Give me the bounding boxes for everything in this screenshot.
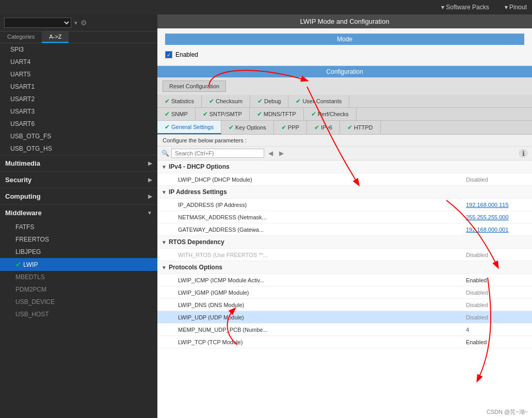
check-icon: ✔ — [257, 98, 263, 105]
param-ip-address[interactable]: IP_ADDRESS (IP Address) 192.168.000.115 — [157, 199, 532, 211]
collapse-icon: ▼ — [162, 239, 167, 245]
sidebar-item-usart3[interactable]: USART3 — [0, 105, 157, 118]
check-icon: ✔ — [165, 98, 170, 105]
enabled-checkbox[interactable]: ✓ — [165, 51, 172, 58]
param-lwip-icmp[interactable]: LWIP_ICMP (ICMP Module Activ... Enabled — [157, 274, 532, 286]
check-icon: ✔ — [296, 98, 301, 105]
lwip-title: LWIP Mode and Configuration — [157, 14, 532, 28]
param-gateway[interactable]: GATEWAY_ADDRESS (Gatewa... 192.168.000.0… — [157, 223, 532, 236]
next-result-button[interactable]: ▶ — [277, 149, 286, 158]
sidebar-item-usart6[interactable]: USART6 — [0, 118, 157, 130]
sidebar-item-mbedtls[interactable]: MBEDTLS — [0, 271, 157, 283]
section-ip-address[interactable]: ▼ IP Address Settings — [157, 186, 532, 199]
tab-ppp[interactable]: ✔ PPP — [274, 121, 307, 134]
search-icon: 🔍 — [162, 150, 169, 157]
params-list: ▼ IPv4 - DHCP Options LWIP_DHCP (DHCP Mo… — [157, 160, 532, 418]
section-middleware[interactable]: Middleware ▼ — [0, 204, 157, 221]
param-memp-num-udp[interactable]: MEMP_NUM_UDP_PCB (Numbe... 4 — [157, 324, 532, 336]
enabled-label: Enabled — [175, 51, 198, 58]
sidebar-item-usb-device[interactable]: USB_DEVICE — [0, 296, 157, 308]
param-netmask[interactable]: NETMASK_ADDRESS (Netmask... 255.255.255.… — [157, 211, 532, 223]
chevron-right-icon: ▶ — [148, 194, 152, 199]
sidebar-item-usb-otg-fs[interactable]: USB_OTG_FS — [0, 130, 157, 142]
check-icon: ✔ — [165, 123, 170, 131]
params-label: Configure the below parameters : — [157, 135, 532, 147]
sidebar-item-pdm2pcm[interactable]: PDM2PCM — [0, 283, 157, 296]
check-icon: ✔ — [311, 110, 316, 118]
check-icon: ✔ — [165, 110, 170, 118]
sidebar-item-uart4[interactable]: UART4 — [0, 56, 157, 68]
tab-user-constants[interactable]: ✔ User Constants — [288, 95, 349, 107]
check-icon: ✔ — [229, 124, 234, 131]
prev-result-button[interactable]: ◀ — [266, 149, 275, 158]
tab-categories[interactable]: Categories — [0, 31, 42, 43]
tab-key-options[interactable]: ✔ Key Options — [221, 121, 274, 134]
pinout-menu[interactable]: ▾ Pinout — [505, 4, 527, 11]
tab-snmp[interactable]: ✔ SNMP — [157, 108, 196, 120]
content-wrapper: LWIP Mode and Configuration Mode ✓ Enabl… — [157, 14, 532, 418]
check-icon: ✔ — [15, 261, 21, 268]
param-lwip-tcp[interactable]: LWIP_TCP (TCP Module) Enabled — [157, 336, 532, 348]
section-security[interactable]: Security ▶ — [0, 171, 157, 188]
tab-general-settings[interactable]: ✔ General Settings — [157, 121, 221, 134]
section-multimedia[interactable]: Multimedia ▶ — [0, 155, 157, 171]
chevron-right-icon: ▶ — [148, 177, 152, 183]
settings-icon[interactable]: ⚙ — [80, 19, 87, 27]
tabs-row-3: ✔ General Settings ✔ Key Options ✔ PPP ✔… — [157, 121, 532, 135]
section-protocols[interactable]: ▼ Protocols Options — [157, 261, 532, 274]
tab-perf-checks[interactable]: ✔ Perf/Checks — [304, 108, 357, 120]
mode-label: Mode — [165, 34, 524, 45]
sidebar-item-usart1[interactable]: USART1 — [0, 81, 157, 93]
chevron-right-icon: ▶ — [148, 160, 152, 166]
section-computing[interactable]: Computing ▶ — [0, 188, 157, 204]
param-lwip-udp[interactable]: LWIP_UDP (UDP Module) Disabled — [157, 311, 532, 324]
search-input[interactable] — [171, 149, 264, 158]
collapse-icon: ▼ — [162, 189, 167, 195]
section-ipv4-dhcp[interactable]: ▼ IPv4 - DHCP Options — [157, 160, 532, 173]
check-icon: ✔ — [347, 124, 352, 131]
tab-ipv6[interactable]: ✔ IPv6 — [307, 121, 340, 134]
chevron-down-icon: ▼ — [147, 210, 152, 216]
check-icon: ✔ — [203, 110, 208, 118]
search-row: 🔍 ◀ ▶ ℹ — [157, 147, 532, 160]
sidebar-item-usb-otg-hs[interactable]: USB_OTG_HS — [0, 142, 157, 155]
sidebar-item-uart5[interactable]: UART5 — [0, 68, 157, 81]
reset-config-button[interactable]: Reset Configuration — [163, 81, 226, 92]
tab-debug[interactable]: ✔ Debug — [250, 95, 288, 107]
check-icon: ✔ — [209, 98, 214, 105]
tab-sntp-smtp[interactable]: ✔ SNTP/SMTP — [196, 108, 250, 120]
collapse-icon: ▼ — [162, 265, 167, 270]
sidebar-item-usb-host[interactable]: USB_HOST — [0, 308, 157, 320]
sidebar-item-list: SPI3 UART4 UART5 USART1 USART2 USART3 US… — [0, 43, 157, 418]
tab-mdns-tftp[interactable]: ✔ MDNS/TFTP — [250, 108, 304, 120]
section-rtos[interactable]: ▼ RTOS Dependency — [157, 236, 532, 249]
sidebar-item-spi3[interactable]: SPI3 — [0, 43, 157, 56]
sidebar-dropdown[interactable] — [4, 18, 71, 28]
config-toolbar: Reset Configuration — [157, 77, 532, 95]
config-label: Configuration — [157, 66, 532, 77]
tab-checksum[interactable]: ✔ Checksum — [202, 95, 250, 107]
tab-statistics[interactable]: ✔ Statistics — [157, 95, 202, 107]
info-icon[interactable]: ℹ — [519, 149, 528, 158]
tab-a-to-z[interactable]: A->Z — [42, 31, 69, 43]
tab-httpd[interactable]: ✔ HTTPD — [340, 121, 381, 134]
main-layout: ▼ ⚙ Categories A->Z SPI3 UART4 UART5 USA… — [0, 14, 532, 418]
sidebar-item-libjpeg[interactable]: LIBJPEG — [0, 246, 157, 258]
top-bar: ▾ Software Packs ▾ Pinout — [0, 0, 532, 14]
enabled-row: ✓ Enabled — [165, 49, 524, 60]
sidebar-item-fatfs[interactable]: FATFS — [0, 221, 157, 233]
param-with-rtos[interactable]: WITH_RTOS (Use FREERTOS **... Disabled — [157, 249, 532, 261]
sidebar-tabs: Categories A->Z — [0, 31, 157, 43]
sidebar-item-usart2[interactable]: USART2 — [0, 93, 157, 105]
sidebar-item-lwip[interactable]: ✔ LWIP — [0, 258, 157, 271]
sidebar: ▼ ⚙ Categories A->Z SPI3 UART4 UART5 USA… — [0, 14, 157, 418]
sidebar-item-freertos[interactable]: FREERTOS — [0, 233, 157, 246]
param-lwip-igmp[interactable]: LWIP_IGMP (IGMP Module) Disabled — [157, 286, 532, 299]
check-icon: ✔ — [314, 124, 319, 131]
param-lwip-dhcp[interactable]: LWIP_DHCP (DHCP Module) Disabled — [157, 173, 532, 186]
content-area: LWIP Mode and Configuration Mode ✓ Enabl… — [157, 14, 532, 418]
param-lwip-dns[interactable]: LWIP_DNS (DNS Module) Disabled — [157, 299, 532, 311]
software-packs-menu[interactable]: ▾ Software Packs — [441, 4, 489, 11]
collapse-icon: ▼ — [162, 164, 167, 170]
sidebar-search-bar: ▼ ⚙ — [0, 14, 157, 31]
